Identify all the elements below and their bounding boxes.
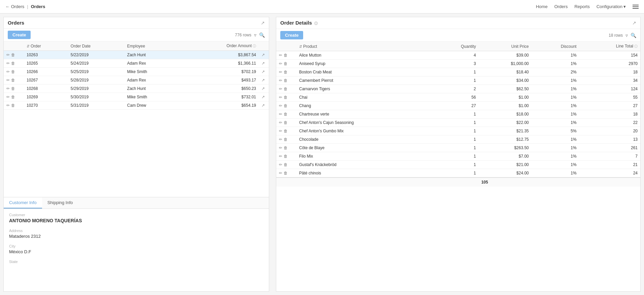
table-row[interactable]: ✏ 🗑 10270 5/31/2019 Cam Drew $654.19 ↗ xyxy=(4,101,269,110)
edit-icon[interactable]: ✏ xyxy=(279,61,282,66)
table-row[interactable]: ✏ 🗑 10267 5/28/2019 Adam Rex $493.17 ↗ xyxy=(4,76,269,85)
edit-icon[interactable]: ✏ xyxy=(6,95,10,99)
order-link-icon[interactable]: ↗ xyxy=(259,85,269,93)
delete-icon[interactable]: 🗑 xyxy=(284,70,288,74)
edit-icon[interactable]: ✏ xyxy=(279,145,282,150)
edit-icon[interactable]: ✏ xyxy=(279,171,282,175)
edit-icon[interactable]: ✏ xyxy=(279,87,282,91)
edit-icon[interactable]: ✏ xyxy=(279,112,282,117)
table-row[interactable]: ✏ 🗑 Pâté chinois 1 $24.00 1% 24 xyxy=(276,169,640,178)
edit-icon[interactable]: ✏ xyxy=(279,154,282,159)
table-row[interactable]: ✏ 🗑 Chocolade 1 $12.75 1% 13 xyxy=(276,135,640,144)
nav-home-link[interactable]: Home xyxy=(536,4,548,9)
order-details-filter-icon[interactable]: ▿ xyxy=(625,33,628,38)
tab-shipping-info[interactable]: Shipping Info xyxy=(42,197,78,208)
order-details-info-icon[interactable]: ⓘ xyxy=(314,22,318,25)
edit-icon[interactable]: ✏ xyxy=(6,86,10,91)
orders-col-employee[interactable]: Employee xyxy=(124,41,181,51)
edit-icon[interactable]: ✏ xyxy=(279,70,282,74)
edit-icon[interactable]: ✏ xyxy=(279,53,282,58)
delete-icon[interactable]: 🗑 xyxy=(11,78,15,83)
table-row[interactable]: ✏ 🗑 Filo Mix 1 $7.00 1% 7 xyxy=(276,152,640,161)
order-amount-info-icon[interactable]: ⓘ xyxy=(253,44,256,48)
hamburger-menu-icon[interactable] xyxy=(633,5,639,9)
delete-icon[interactable]: 🗑 xyxy=(284,154,288,159)
edit-icon[interactable]: ✏ xyxy=(6,61,10,66)
delete-icon[interactable]: 🗑 xyxy=(284,171,288,175)
orders-create-button[interactable]: Create xyxy=(8,31,31,39)
edit-icon[interactable]: ✏ xyxy=(6,53,10,57)
edit-icon[interactable]: ✏ xyxy=(6,69,10,74)
delete-icon[interactable]: 🗑 xyxy=(11,103,15,108)
table-row[interactable]: ✏ 🗑 Chartreuse verte 1 $18.00 1% 18 xyxy=(276,110,640,119)
table-row[interactable]: ✏ 🗑 10263 5/22/2019 Zach Hunt $3,867.54 … xyxy=(4,51,269,59)
table-row[interactable]: ✏ 🗑 10265 5/24/2019 Adam Rex $1,366.11 ↗ xyxy=(4,59,269,68)
order-link-icon[interactable]: ↗ xyxy=(259,51,269,59)
orders-search-icon[interactable]: 🔍 xyxy=(259,32,265,38)
delete-icon[interactable]: 🗑 xyxy=(284,103,288,108)
delete-icon[interactable]: 🗑 xyxy=(284,120,288,125)
table-row[interactable]: ✏ 🗑 Alice Mutton 4 $39.00 1% 154 xyxy=(276,51,640,60)
table-row[interactable]: ✏ 🗑 10268 5/29/2019 Zach Hunt $650.23 ↗ xyxy=(4,85,269,93)
edit-icon[interactable]: ✏ xyxy=(6,78,10,83)
edit-icon[interactable]: ✏ xyxy=(279,95,282,100)
edit-icon[interactable]: ✏ xyxy=(279,137,282,142)
nav-configuration-link[interactable]: Configuration ▾ xyxy=(597,4,626,9)
delete-icon[interactable]: 🗑 xyxy=(11,53,15,57)
edit-icon[interactable]: ✏ xyxy=(279,129,282,133)
delete-icon[interactable]: 🗑 xyxy=(284,61,288,66)
order-details-search-icon[interactable]: 🔍 xyxy=(631,33,636,38)
delete-icon[interactable]: 🗑 xyxy=(284,129,288,133)
table-row[interactable]: ✏ 🗑 Carnarvon Tigers 2 $62.50 1% 124 xyxy=(276,85,640,93)
orders-col-order[interactable]: ⇵Order xyxy=(24,41,68,51)
orders-col-amount[interactable]: Order Amountⓘ xyxy=(181,41,259,51)
delete-icon[interactable]: 🗑 xyxy=(11,69,15,74)
delete-icon[interactable]: 🗑 xyxy=(11,61,15,66)
delete-icon[interactable]: 🗑 xyxy=(284,78,288,83)
orders-filter-icon[interactable]: ▿ xyxy=(254,32,256,38)
edit-icon[interactable]: ✏ xyxy=(279,78,282,83)
table-row[interactable]: ✏ 🗑 Chai 56 $1.00 1% 55 xyxy=(276,93,640,102)
order-link-icon[interactable]: ↗ xyxy=(259,76,269,85)
tab-customer-info[interactable]: Customer Info xyxy=(4,197,42,208)
table-row[interactable]: ✏ 🗑 Camembert Pierrot 1 $34.00 1% 34 xyxy=(276,76,640,85)
table-row[interactable]: ✏ 🗑 Boston Crab Meat 1 $18.40 2% 18 xyxy=(276,68,640,76)
delete-icon[interactable]: 🗑 xyxy=(284,53,288,58)
detail-col-product[interactable]: ⇵Product xyxy=(296,42,432,51)
orders-panel-expand-icon[interactable]: ↗ xyxy=(261,20,265,26)
detail-col-unit-price[interactable]: Unit Price xyxy=(478,42,531,51)
delete-icon[interactable]: 🗑 xyxy=(284,137,288,142)
delete-icon[interactable]: 🗑 xyxy=(284,162,288,167)
delete-icon[interactable]: 🗑 xyxy=(11,95,15,99)
detail-col-discount[interactable]: Discount xyxy=(532,42,579,51)
table-row[interactable]: ✏ 🗑 Chef Anton's Cajun Seasoning 1 $22.0… xyxy=(276,119,640,127)
nav-reports-link[interactable]: Reports xyxy=(574,4,590,9)
table-row[interactable]: ✏ 🗑 Côte de Blaye 1 $263.50 1% 261 xyxy=(276,144,640,152)
edit-icon[interactable]: ✏ xyxy=(279,103,282,108)
order-link-icon[interactable]: ↗ xyxy=(259,68,269,76)
detail-col-quantity[interactable]: Quantity xyxy=(432,42,478,51)
nav-orders-link[interactable]: Orders xyxy=(554,4,568,9)
delete-icon[interactable]: 🗑 xyxy=(284,87,288,91)
table-row[interactable]: ✏ 🗑 Chang 27 $1.00 1% 27 xyxy=(276,102,640,110)
table-row[interactable]: ✏ 🗑 Gustaf's Knäckebröd 1 $21.00 1% 21 xyxy=(276,161,640,169)
order-link-icon[interactable]: ↗ xyxy=(259,93,269,101)
table-row[interactable]: ✏ 🗑 Chef Anton's Gumbo Mix 1 $21.35 5% 2… xyxy=(276,127,640,135)
line-total-info-icon[interactable]: ⓘ xyxy=(634,44,638,48)
order-details-create-button[interactable]: Create xyxy=(280,31,303,39)
edit-icon[interactable]: ✏ xyxy=(279,120,282,125)
detail-col-line-total[interactable]: Line Totalⓘ xyxy=(579,42,640,51)
delete-icon[interactable]: 🗑 xyxy=(284,112,288,117)
table-row[interactable]: ✏ 🗑 10266 5/25/2019 Mike Smith $702.19 ↗ xyxy=(4,68,269,76)
breadcrumb-back-link[interactable]: ← Orders xyxy=(5,4,24,9)
edit-icon[interactable]: ✏ xyxy=(6,103,10,108)
edit-icon[interactable]: ✏ xyxy=(279,162,282,167)
delete-icon[interactable]: 🗑 xyxy=(11,86,15,91)
order-link-icon[interactable]: ↗ xyxy=(259,59,269,68)
order-details-expand-icon[interactable]: ↗ xyxy=(632,20,636,26)
orders-col-date[interactable]: Order Date xyxy=(68,41,124,51)
order-link-icon[interactable]: ↗ xyxy=(259,101,269,110)
delete-icon[interactable]: 🗑 xyxy=(284,145,288,150)
delete-icon[interactable]: 🗑 xyxy=(284,95,288,100)
table-row[interactable]: ✏ 🗑 10269 5/30/2019 Mike Smith $732.01 ↗ xyxy=(4,93,269,101)
